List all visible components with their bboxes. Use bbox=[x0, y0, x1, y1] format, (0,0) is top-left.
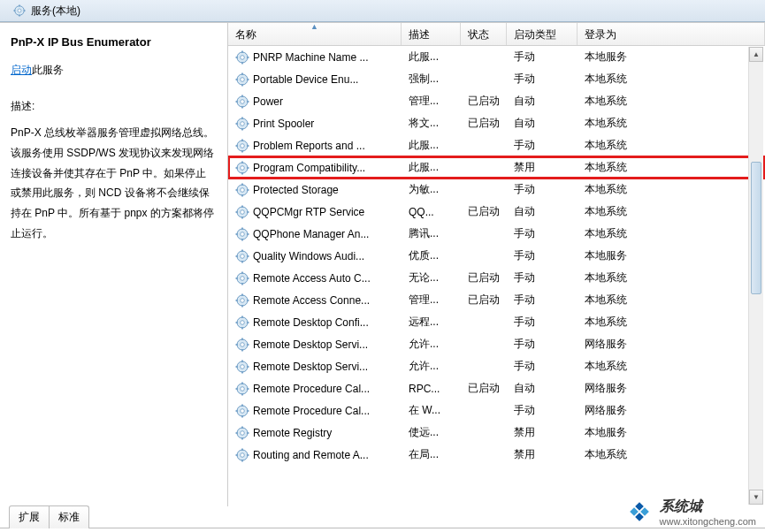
table-row[interactable]: Quality Windows Audi...优质...手动本地服务 bbox=[228, 245, 765, 267]
service-icon bbox=[235, 360, 249, 374]
table-row[interactable]: Remote Procedure Cal...RPC...已启动自动网络服务 bbox=[228, 377, 765, 399]
table-body: PNRP Machine Name ...此服...手动本地服务Portable… bbox=[228, 46, 765, 506]
service-name: Protected Storage bbox=[253, 184, 339, 196]
table-row[interactable]: Power管理...已启动自动本地系统 bbox=[228, 90, 765, 112]
start-service-line: 启动此服务 bbox=[11, 63, 217, 78]
service-name: Problem Reports and ... bbox=[253, 140, 365, 152]
service-desc: 无论... bbox=[402, 270, 461, 285]
service-name: PNRP Machine Name ... bbox=[253, 51, 369, 64]
service-start-type: 禁用 bbox=[507, 160, 578, 175]
service-icon bbox=[235, 117, 249, 131]
table-row[interactable]: Remote Access Auto C...无论...已启动手动本地系统 bbox=[228, 267, 765, 289]
service-desc: 优质... bbox=[402, 248, 461, 263]
service-name: Remote Procedure Cal... bbox=[253, 383, 370, 395]
service-start-type: 手动 bbox=[507, 138, 578, 153]
service-icon bbox=[235, 205, 249, 219]
service-icon bbox=[235, 271, 249, 285]
tab-extended[interactable]: 扩展 bbox=[9, 505, 50, 528]
service-icon bbox=[235, 139, 249, 153]
table-row[interactable]: Program Compatibility...此服...禁用本地系统 bbox=[228, 156, 765, 179]
service-icon bbox=[235, 404, 249, 418]
service-name: Remote Procedure Cal... bbox=[253, 405, 370, 417]
table-row[interactable]: QQPhone Manager An...腾讯...手动本地系统 bbox=[228, 223, 765, 245]
watermark-url: www.xitongcheng.com bbox=[660, 516, 756, 527]
service-start-type: 自动 bbox=[507, 116, 578, 131]
service-icon bbox=[235, 293, 249, 308]
column-logon-as[interactable]: 登录为 bbox=[578, 23, 765, 45]
service-name: QQPCMgr RTP Service bbox=[253, 206, 364, 218]
sort-indicator-icon: ▲ bbox=[310, 22, 318, 31]
service-start-type: 手动 bbox=[507, 403, 578, 418]
table-header: 名称▲ 描述 状态 启动类型 登录为 bbox=[228, 23, 765, 46]
column-startup-type[interactable]: 启动类型 bbox=[507, 23, 578, 45]
service-icon bbox=[235, 50, 249, 65]
column-status[interactable]: 状态 bbox=[461, 23, 507, 45]
service-desc: 此服... bbox=[402, 138, 461, 153]
service-desc: 允许... bbox=[402, 359, 461, 374]
content-area: PnP-X IP Bus Enumerator 启动此服务 描述: PnP-X … bbox=[0, 22, 765, 506]
view-tabs: 扩展 标准 bbox=[9, 505, 89, 528]
service-desc: 强制... bbox=[402, 72, 461, 87]
services-list-panel: 名称▲ 描述 状态 启动类型 登录为 PNRP Machine Name ...… bbox=[228, 23, 765, 506]
service-desc: 使远... bbox=[402, 425, 461, 440]
description-label: 描述: bbox=[11, 99, 217, 114]
column-name[interactable]: 名称▲ bbox=[228, 23, 402, 45]
service-logon: 本地系统 bbox=[578, 116, 765, 131]
table-row[interactable]: Remote Registry使远...禁用本地服务 bbox=[228, 422, 765, 444]
table-row[interactable]: Remote Access Conne...管理...已启动手动本地系统 bbox=[228, 289, 765, 311]
watermark-logo-icon bbox=[624, 497, 654, 527]
table-row[interactable]: Protected Storage为敏...手动本地系统 bbox=[228, 179, 765, 201]
service-desc: 腾讯... bbox=[402, 226, 461, 241]
service-icon bbox=[235, 183, 249, 197]
service-logon: 本地服务 bbox=[578, 425, 765, 440]
service-desc: 允许... bbox=[402, 337, 461, 352]
table-row[interactable]: QQPCMgr RTP ServiceQQ...已启动自动本地系统 bbox=[228, 201, 765, 223]
service-icon bbox=[235, 227, 249, 241]
service-icon bbox=[235, 161, 249, 175]
service-status: 已启动 bbox=[461, 204, 507, 219]
table-row[interactable]: Remote Procedure Cal...在 W...手动网络服务 bbox=[228, 399, 765, 422]
svg-rect-7 bbox=[640, 507, 649, 516]
table-row[interactable]: Portable Device Enu...强制...手动本地系统 bbox=[228, 68, 765, 90]
service-start-type: 手动 bbox=[507, 293, 578, 308]
toolbar: 服务(本地) bbox=[0, 0, 765, 22]
table-row[interactable]: Remote Desktop Confi...远程...手动本地系统 bbox=[228, 311, 765, 333]
service-desc: RPC... bbox=[402, 383, 461, 395]
service-start-type: 手动 bbox=[507, 248, 578, 263]
tab-line bbox=[0, 528, 765, 528]
service-name: Remote Registry bbox=[253, 427, 332, 439]
column-description[interactable]: 描述 bbox=[402, 23, 461, 45]
tab-standard[interactable]: 标准 bbox=[50, 505, 89, 528]
service-logon: 本地系统 bbox=[578, 138, 765, 153]
service-logon: 本地系统 bbox=[578, 226, 765, 241]
description-text: PnP-X 总线枚举器服务管理虚拟网络总线。该服务使用 SSDP/WS 发现协议… bbox=[11, 123, 217, 244]
service-start-type: 自动 bbox=[507, 381, 578, 396]
start-link[interactable]: 启动 bbox=[11, 64, 32, 76]
table-row[interactable]: PNRP Machine Name ...此服...手动本地服务 bbox=[228, 46, 765, 68]
service-desc: 将文... bbox=[402, 116, 461, 131]
watermark: 系统城 www.xitongcheng.com bbox=[624, 497, 756, 527]
service-start-type: 手动 bbox=[507, 359, 578, 374]
service-logon: 本地服务 bbox=[578, 49, 765, 65]
service-logon: 网络服务 bbox=[578, 337, 765, 352]
service-name: Remote Desktop Confi... bbox=[253, 316, 369, 329]
scroll-thumb[interactable] bbox=[751, 162, 761, 294]
vertical-scrollbar[interactable]: ▲ ▼ bbox=[748, 47, 763, 505]
service-desc: 此服... bbox=[402, 49, 461, 65]
service-status: 已启动 bbox=[461, 116, 507, 131]
table-row[interactable]: Problem Reports and ...此服...手动本地系统 bbox=[228, 134, 765, 156]
table-row[interactable]: Routing and Remote A...在局...禁用本地系统 bbox=[228, 444, 765, 466]
service-desc: 管理... bbox=[402, 94, 461, 109]
table-row[interactable]: Print Spooler将文...已启动自动本地系统 bbox=[228, 112, 765, 134]
service-status: 已启动 bbox=[461, 293, 507, 308]
service-start-type: 手动 bbox=[507, 182, 578, 197]
service-logon: 本地系统 bbox=[578, 270, 765, 285]
service-status: 已启动 bbox=[461, 270, 507, 285]
svg-rect-9 bbox=[635, 513, 644, 521]
service-logon: 本地系统 bbox=[578, 359, 765, 374]
table-row[interactable]: Remote Desktop Servi...允许...手动本地系统 bbox=[228, 355, 765, 377]
scroll-up-button[interactable]: ▲ bbox=[749, 47, 763, 62]
service-name: Remote Desktop Servi... bbox=[253, 361, 368, 373]
service-start-type: 手动 bbox=[507, 49, 578, 65]
table-row[interactable]: Remote Desktop Servi...允许...手动网络服务 bbox=[228, 333, 765, 355]
